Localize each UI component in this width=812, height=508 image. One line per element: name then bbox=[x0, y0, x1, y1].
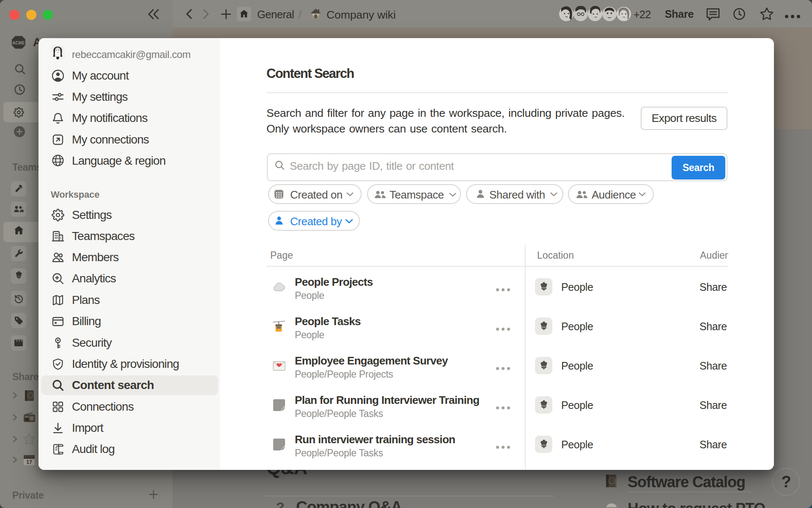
svg-text:17: 17 bbox=[26, 459, 32, 465]
svg-text:ACME: ACME bbox=[12, 41, 25, 45]
